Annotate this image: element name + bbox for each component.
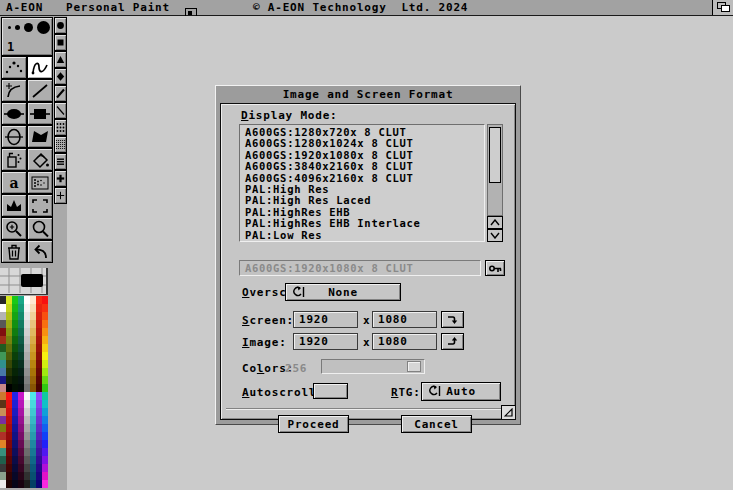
palette-color[interactable] [42, 416, 48, 424]
screen-depth-gadget[interactable] [712, 0, 733, 15]
palette-color[interactable] [42, 408, 48, 416]
palette-color[interactable] [42, 352, 48, 360]
display-mode-label: Display Mode: [241, 109, 338, 122]
scroll-up-button[interactable] [487, 216, 503, 229]
filled-box-tool[interactable] [27, 102, 53, 125]
dither-tool[interactable] [27, 171, 53, 194]
palette-color[interactable] [42, 368, 48, 376]
cycle-icon [291, 286, 305, 301]
display-mode-option[interactable]: PAL:HighRes EHB Interlace [245, 218, 484, 229]
undo-tool[interactable] [27, 240, 53, 263]
palette-color[interactable] [42, 432, 48, 440]
overscan-cycle-gadget[interactable]: None [285, 283, 401, 301]
tool-brush-line-ne[interactable] [54, 85, 67, 102]
screen-times-separator: x [363, 314, 370, 327]
brush-size-selector[interactable]: 1 [1, 17, 53, 56]
dialog-title[interactable]: Image and Screen Format [216, 88, 520, 101]
rtg-label: RTG: [391, 386, 421, 399]
text-tool[interactable]: a [1, 171, 27, 194]
divider [226, 408, 510, 410]
mode-name-field[interactable]: A600GS:1920x1080x 8 CLUT [239, 260, 481, 276]
current-colors-indicator[interactable] [0, 268, 48, 295]
tool-brush-plus-thin[interactable] [54, 187, 67, 204]
airbrush-tool[interactable] [1, 148, 27, 171]
brush-dot-2[interactable] [15, 25, 20, 30]
scroll-down-button[interactable] [487, 229, 503, 242]
palette-color[interactable] [42, 456, 48, 464]
tool-brush-plus-bold[interactable] [54, 170, 67, 187]
zoom-out-tool[interactable] [27, 217, 53, 240]
scrollbar-trough[interactable] [487, 124, 503, 216]
image-height-field[interactable]: 1080 [372, 333, 437, 350]
tool-brush-hlines[interactable] [54, 153, 67, 170]
copy-screen-to-image-button[interactable] [441, 311, 464, 328]
brush-pickup-tool[interactable] [1, 194, 27, 217]
colors-slider-thumb[interactable] [407, 361, 421, 372]
brush-dot-1[interactable] [8, 26, 11, 29]
line-tool[interactable] [27, 79, 53, 102]
tool-brush-square[interactable] [54, 34, 67, 51]
palette-color[interactable] [42, 448, 48, 456]
rtg-cycle-gadget[interactable]: Auto [421, 382, 501, 401]
screen-title-bar[interactable]: A-EON Personal Paint © A-EON Technology … [0, 0, 733, 16]
freehand-tool[interactable] [27, 56, 53, 79]
arrow-up-curve-icon [447, 336, 458, 347]
image-screen-format-dialog: Image and Screen Format Display Mode: A6… [215, 85, 521, 425]
dotted-freehand-tool[interactable] [1, 56, 27, 79]
mode-key-button[interactable] [485, 260, 505, 276]
palette-color[interactable] [42, 472, 48, 480]
dialog-resize-gadget[interactable] [501, 405, 515, 419]
filled-ellipse-tool[interactable] [1, 102, 27, 125]
fill-tool[interactable] [27, 148, 53, 171]
tool-brush-triangle[interactable] [54, 51, 67, 68]
cancel-button[interactable]: Cancel [401, 415, 472, 433]
palette-color[interactable] [42, 312, 48, 320]
screen-width-field[interactable]: 1920 [293, 311, 358, 328]
palette-color[interactable] [42, 424, 48, 432]
palette-color[interactable] [42, 320, 48, 328]
palette-color[interactable] [42, 376, 48, 384]
outline-ellipse-tool[interactable] [1, 125, 27, 148]
zoom-in-tool[interactable] [1, 217, 27, 240]
palette-color[interactable] [42, 464, 48, 472]
color-palette [0, 296, 48, 488]
brush-size-number: 1 [7, 40, 14, 54]
image-width-field[interactable]: 1920 [293, 333, 358, 350]
select-tool[interactable] [27, 194, 53, 217]
proceed-button[interactable]: Proceed [278, 415, 349, 433]
screen-height-field[interactable]: 1080 [372, 311, 437, 328]
polygon-tool[interactable] [27, 125, 53, 148]
autoscroll-label: Autoscroll: [242, 386, 324, 399]
palette-color[interactable] [42, 304, 48, 312]
brush-dot-4[interactable] [37, 21, 50, 34]
brush-dot-3[interactable] [24, 23, 33, 32]
palette-color[interactable] [42, 400, 48, 408]
palette-color[interactable] [42, 336, 48, 344]
resize-icon [504, 408, 513, 417]
palette-color[interactable] [42, 384, 48, 392]
palette-color[interactable] [42, 392, 48, 400]
tool-brush-circle[interactable] [54, 17, 67, 34]
palette-color[interactable] [42, 440, 48, 448]
window-mode-icon [185, 3, 197, 13]
tool-brush-dots-coarse[interactable] [54, 119, 67, 136]
palette-color[interactable] [42, 328, 48, 336]
palette-color[interactable] [42, 360, 48, 368]
display-mode-list[interactable]: A600GS:1280x720x 8 CLUTA600GS:1280x1024x… [239, 124, 485, 242]
palette-color[interactable] [42, 296, 48, 304]
colors-slider[interactable] [321, 359, 425, 374]
copy-image-to-screen-button[interactable] [441, 333, 464, 350]
dialog-content: Display Mode: A600GS:1280x720x 8 CLUTA60… [220, 103, 516, 420]
tool-brush-line-nw[interactable] [54, 102, 67, 119]
display-mode-option[interactable]: A600GS:3840x2160x 8 CLUT [245, 161, 484, 172]
chevron-down-icon [490, 232, 500, 239]
tool-brush-dots-fine[interactable] [54, 136, 67, 153]
curve-tool[interactable] [1, 79, 27, 102]
scrollbar-thumb[interactable] [489, 127, 501, 183]
palette-color[interactable] [42, 480, 48, 488]
tool-brush-diamond[interactable] [54, 68, 67, 85]
palette-color[interactable] [42, 344, 48, 352]
display-mode-option[interactable]: PAL:Low Res [245, 230, 484, 241]
clear-tool[interactable] [1, 240, 27, 263]
autoscroll-checkbox[interactable] [313, 383, 348, 399]
